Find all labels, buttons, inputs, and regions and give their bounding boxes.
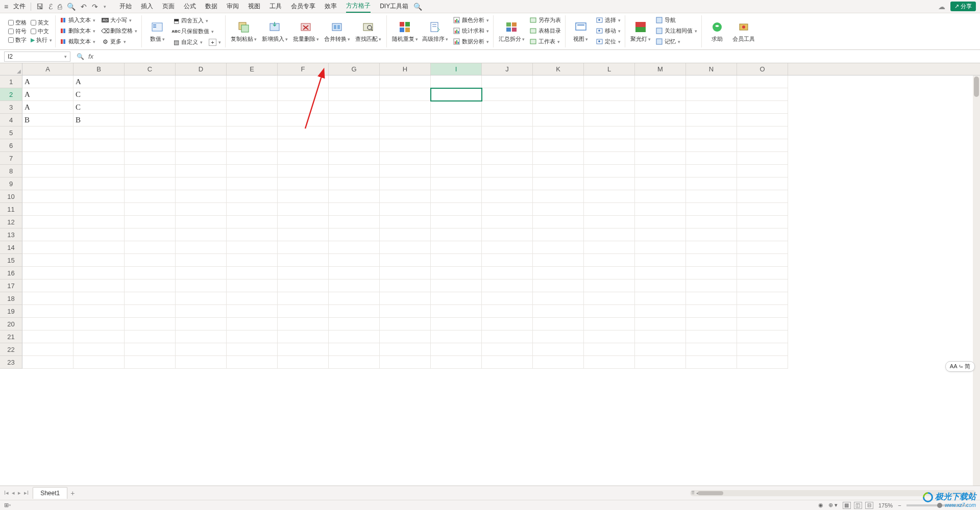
cell-C10[interactable] — [125, 190, 176, 203]
check-空格[interactable]: 空格 — [8, 19, 27, 27]
cell-C14[interactable] — [125, 241, 176, 254]
zoom-value[interactable]: 175% — [878, 502, 893, 508]
btn-复制粘贴[interactable]: 复制粘贴▾ — [229, 15, 259, 47]
cell-D3[interactable] — [176, 101, 227, 114]
cell-O7[interactable] — [737, 152, 788, 165]
row-header-9[interactable]: 9 — [0, 177, 22, 190]
cell-F7[interactable] — [278, 152, 329, 165]
cell-M16[interactable] — [635, 267, 686, 279]
cell-H8[interactable] — [380, 165, 431, 177]
col-header-H[interactable]: H — [380, 63, 431, 75]
cell-L13[interactable] — [584, 228, 635, 241]
cell-F15[interactable] — [278, 254, 329, 267]
col-header-I[interactable]: I — [431, 63, 482, 75]
cell-M5[interactable] — [635, 126, 686, 139]
cell-A9[interactable] — [22, 177, 74, 190]
col-header-B[interactable]: B — [74, 63, 125, 75]
cell-N8[interactable] — [686, 165, 737, 177]
cell-G18[interactable] — [329, 292, 380, 305]
check-执行[interactable]: ▶执行▾ — [31, 36, 52, 44]
cell-E10[interactable] — [227, 190, 278, 203]
cell-G3[interactable] — [329, 101, 380, 114]
cell-J3[interactable] — [482, 101, 533, 114]
tab-公式[interactable]: 公式 — [184, 1, 196, 12]
cell-B4[interactable]: B — [74, 114, 125, 126]
btn-删除文本[interactable]: 删除文本▾ — [59, 26, 96, 36]
cell-L2[interactable] — [584, 88, 635, 101]
cell-L14[interactable] — [584, 241, 635, 254]
cell-B21[interactable] — [74, 330, 125, 343]
cell-M21[interactable] — [635, 330, 686, 343]
row-header-23[interactable]: 23 — [0, 356, 22, 369]
btn-会员工具[interactable]: 会员工具 — [730, 15, 757, 47]
sheet-prev-icon[interactable]: ◂ — [12, 490, 15, 496]
cell-N15[interactable] — [686, 254, 737, 267]
cell-F9[interactable] — [278, 177, 329, 190]
cell-O15[interactable] — [737, 254, 788, 267]
btn-新增插入[interactable]: 新增插入▾ — [260, 15, 290, 47]
cell-M22[interactable] — [635, 343, 686, 356]
cell-B12[interactable] — [74, 216, 125, 228]
select-all-corner[interactable]: ◢ — [0, 63, 22, 75]
checkbox-数字[interactable] — [8, 37, 14, 43]
cell-C8[interactable] — [125, 165, 176, 177]
cell-C11[interactable] — [125, 203, 176, 216]
hscroll-thumb[interactable] — [698, 491, 723, 495]
cell-B3[interactable]: C — [74, 101, 125, 114]
cell-D9[interactable] — [176, 177, 227, 190]
cell-O22[interactable] — [737, 343, 788, 356]
btn-删除空格[interactable]: ⌫删除空格▾ — [101, 26, 138, 36]
cell-E16[interactable] — [227, 267, 278, 279]
cell-J14[interactable] — [482, 241, 533, 254]
cell-B14[interactable] — [74, 241, 125, 254]
cell-H4[interactable] — [380, 114, 431, 126]
cell-K1[interactable] — [533, 75, 584, 88]
cell-A12[interactable] — [22, 216, 74, 228]
row-header-2[interactable]: 2 — [0, 88, 22, 101]
plus-icon[interactable]: + — [209, 39, 216, 46]
row-header-6[interactable]: 6 — [0, 139, 22, 152]
tab-视图[interactable]: 视图 — [248, 1, 260, 12]
cell-F18[interactable] — [278, 292, 329, 305]
cell-O23[interactable] — [737, 356, 788, 369]
cell-J20[interactable] — [482, 318, 533, 330]
cell-G4[interactable] — [329, 114, 380, 126]
file-menu[interactable]: 文件 — [13, 2, 26, 11]
cell-O4[interactable] — [737, 114, 788, 126]
cell-F4[interactable] — [278, 114, 329, 126]
cell-I15[interactable] — [431, 254, 482, 267]
cell-I6[interactable] — [431, 139, 482, 152]
row-header-8[interactable]: 8 — [0, 165, 22, 177]
cell-N5[interactable] — [686, 126, 737, 139]
cell-O6[interactable] — [737, 139, 788, 152]
cell-J15[interactable] — [482, 254, 533, 267]
cell-J8[interactable] — [482, 165, 533, 177]
cell-L7[interactable] — [584, 152, 635, 165]
cell-H21[interactable] — [380, 330, 431, 343]
cell-D6[interactable] — [176, 139, 227, 152]
cell-B17[interactable] — [74, 279, 125, 292]
view-button[interactable]: 视图▾ — [569, 15, 593, 47]
row-header-17[interactable]: 17 — [0, 279, 22, 292]
cell-A7[interactable] — [22, 152, 74, 165]
cell-G6[interactable] — [329, 139, 380, 152]
cell-D23[interactable] — [176, 356, 227, 369]
summary-split-button[interactable]: 汇总拆分▾ — [497, 15, 527, 47]
cell-D7[interactable] — [176, 152, 227, 165]
cell-N21[interactable] — [686, 330, 737, 343]
cell-E22[interactable] — [227, 343, 278, 356]
cell-E2[interactable] — [227, 88, 278, 101]
cell-K18[interactable] — [533, 292, 584, 305]
cell-C21[interactable] — [125, 330, 176, 343]
cell-L9[interactable] — [584, 177, 635, 190]
cell-J13[interactable] — [482, 228, 533, 241]
cell-D12[interactable] — [176, 216, 227, 228]
cell-N17[interactable] — [686, 279, 737, 292]
btn-数据分析[interactable]: 数据分析▾ — [452, 37, 490, 46]
cell-K23[interactable] — [533, 356, 584, 369]
cell-B11[interactable] — [74, 203, 125, 216]
cell-G2[interactable] — [329, 88, 380, 101]
cell-A14[interactable] — [22, 241, 74, 254]
tab-DIY工具箱[interactable]: DIY工具箱 — [380, 1, 408, 12]
cell-G8[interactable] — [329, 165, 380, 177]
